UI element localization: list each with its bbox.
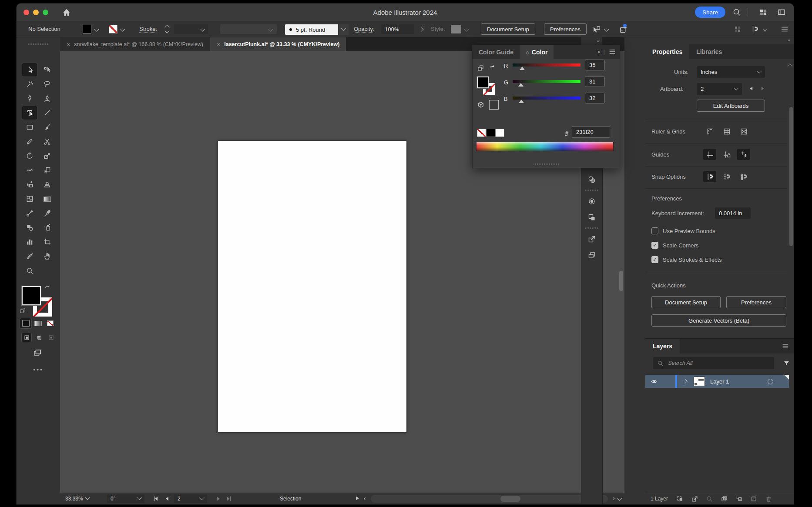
stroke-weight-label[interactable]: Stroke: bbox=[139, 26, 157, 32]
slider-value-field[interactable]: 32 bbox=[585, 93, 605, 103]
curvature-pen-tool[interactable] bbox=[40, 92, 54, 105]
free-transform-tool[interactable] bbox=[40, 163, 54, 177]
rectangle-tool[interactable] bbox=[22, 120, 37, 134]
layers-search-input[interactable] bbox=[667, 360, 756, 367]
type-tool[interactable] bbox=[22, 106, 37, 120]
blend-tool[interactable] bbox=[22, 207, 37, 220]
collapse-properties-icon[interactable]: » bbox=[788, 37, 790, 43]
color-mode-button[interactable] bbox=[20, 318, 31, 328]
none-swatch[interactable] bbox=[477, 129, 486, 137]
brush-definition-field[interactable]: 5 pt. Round bbox=[285, 24, 347, 35]
stroke-color-chevron-icon[interactable] bbox=[120, 27, 125, 31]
symbols-tool[interactable] bbox=[22, 221, 37, 234]
opacity-expand-icon[interactable] bbox=[419, 27, 423, 31]
tab-color-guide[interactable]: Color Guide bbox=[473, 45, 520, 59]
color-panel-menu-icon[interactable] bbox=[608, 48, 616, 56]
layer-name[interactable]: Layer 1 bbox=[710, 378, 729, 385]
rotation-chevron-icon[interactable] bbox=[137, 495, 141, 500]
out-of-gamut-cube-icon[interactable] bbox=[477, 101, 485, 109]
artboards-icon[interactable] bbox=[584, 248, 600, 263]
layer-target-icon[interactable] bbox=[768, 379, 773, 384]
zoom-chevron-icon[interactable] bbox=[85, 495, 90, 500]
tab-properties[interactable]: Properties bbox=[645, 44, 689, 59]
color-fill-proxy[interactable] bbox=[477, 77, 489, 88]
gradient-mode-button[interactable] bbox=[32, 318, 44, 328]
lasso-tool[interactable] bbox=[40, 77, 54, 91]
document-tab[interactable]: ×snowflake_template.ai* @ 166.88 % (CMYK… bbox=[60, 37, 210, 51]
artboard[interactable] bbox=[218, 141, 406, 432]
mesh-tool[interactable] bbox=[22, 192, 37, 206]
screen-mode-icon[interactable] bbox=[32, 348, 43, 358]
color-swap-icon[interactable] bbox=[488, 64, 496, 72]
brush-chevron-button[interactable] bbox=[338, 24, 349, 35]
black-swatch[interactable] bbox=[486, 129, 495, 137]
collapse-dock-icon[interactable]: « bbox=[581, 37, 602, 44]
tab-color[interactable]: ◇Color bbox=[520, 45, 554, 59]
export-icon[interactable] bbox=[584, 232, 600, 247]
close-tab-icon[interactable]: × bbox=[67, 41, 70, 48]
zoom-tool[interactable] bbox=[22, 264, 37, 277]
slice-tool[interactable] bbox=[22, 250, 37, 263]
draw-normal-icon[interactable] bbox=[22, 333, 31, 342]
vscroll-down-icon[interactable] bbox=[617, 496, 622, 500]
home-icon[interactable] bbox=[62, 8, 71, 17]
toolbar-drag-handle[interactable] bbox=[28, 43, 49, 45]
layer-thumbnail[interactable] bbox=[694, 377, 705, 386]
perspective-grid-tool[interactable] bbox=[40, 178, 54, 191]
scroll-left-icon[interactable]: ‹ bbox=[364, 495, 366, 502]
panel-layout-icon[interactable] bbox=[777, 8, 786, 17]
magic-wand-tool[interactable] bbox=[22, 77, 37, 91]
hand-tool[interactable] bbox=[40, 250, 54, 263]
symbol-sprayer-tool[interactable] bbox=[40, 221, 54, 234]
layers-menu-icon[interactable] bbox=[782, 342, 789, 350]
layers-filter-icon[interactable] bbox=[783, 360, 790, 367]
shape-builder-tool[interactable] bbox=[22, 178, 37, 191]
line-segment-tool[interactable] bbox=[40, 106, 54, 120]
show-guides-icon[interactable] bbox=[703, 149, 716, 160]
close-window-button[interactable] bbox=[23, 10, 29, 15]
select-similar-icon[interactable] bbox=[592, 25, 601, 34]
none-mode-button[interactable] bbox=[44, 318, 56, 328]
rotation-control[interactable]: 0° bbox=[107, 493, 144, 504]
document-tab[interactable]: ×lasercutPlunk.ai* @ 33.33 % (CMYK/Previ… bbox=[210, 37, 346, 51]
snap-to-pixel-icon[interactable] bbox=[737, 171, 750, 182]
direct-selection-tool[interactable] bbox=[40, 63, 54, 77]
color-panel-collapse-icon[interactable]: » bbox=[597, 49, 601, 55]
select-similar-chevron-icon[interactable] bbox=[604, 27, 609, 31]
slider-track[interactable] bbox=[513, 97, 580, 100]
workspace-switcher-icon[interactable] bbox=[759, 8, 768, 17]
layer-expand-icon[interactable] bbox=[682, 379, 687, 384]
snap-to-point-icon[interactable] bbox=[703, 171, 716, 182]
selection-tool[interactable] bbox=[22, 63, 37, 77]
units-dropdown[interactable]: Inches bbox=[697, 66, 765, 78]
fill-color-chevron-icon[interactable] bbox=[94, 27, 99, 31]
artboard-navigation-field[interactable]: 2 bbox=[174, 493, 207, 504]
zoom-window-button[interactable] bbox=[43, 10, 48, 15]
lock-guides-icon[interactable] bbox=[720, 149, 733, 160]
scroll-right-icon[interactable]: › bbox=[613, 495, 615, 502]
fill-color-swatch[interactable] bbox=[83, 25, 91, 33]
new-sublayer-icon[interactable] bbox=[733, 495, 745, 503]
make-clip-mask-icon[interactable] bbox=[718, 495, 730, 503]
document-setup-button[interactable]: Document Setup bbox=[481, 23, 535, 35]
appearance-icon[interactable] bbox=[584, 194, 600, 209]
opacity-field[interactable]: 100% bbox=[381, 24, 414, 34]
properties-scrollbar[interactable] bbox=[789, 107, 793, 246]
zoom-level-value[interactable]: 33.33% bbox=[65, 496, 83, 502]
graph-tool[interactable] bbox=[22, 235, 37, 249]
slider-value-field[interactable]: 35 bbox=[585, 60, 605, 70]
scale-tool[interactable] bbox=[40, 149, 54, 163]
graphic-styles-icon[interactable] bbox=[584, 210, 600, 225]
gradient-tool[interactable] bbox=[40, 192, 54, 206]
keyboard-increment-field[interactable]: 0.0014 in bbox=[715, 207, 751, 219]
rotate-tool[interactable] bbox=[22, 149, 37, 163]
transparency-icon[interactable] bbox=[584, 172, 600, 187]
snap-options-chevron-icon[interactable] bbox=[762, 27, 767, 31]
previous-artboard-arrow-icon[interactable] bbox=[748, 85, 755, 92]
slider-thumb[interactable] bbox=[519, 100, 524, 103]
tab-libraries[interactable]: Libraries bbox=[689, 44, 729, 59]
qa-generate-vectors-button[interactable]: Generate Vectors (Beta) bbox=[651, 314, 786, 327]
artboard-nav-value[interactable]: 2 bbox=[178, 496, 181, 502]
layer-visibility-icon[interactable] bbox=[651, 378, 658, 385]
paintbrush-tool[interactable] bbox=[40, 120, 54, 134]
